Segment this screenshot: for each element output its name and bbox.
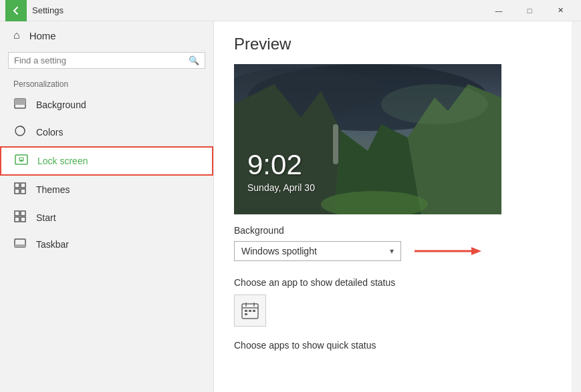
colors-icon: [13, 125, 27, 140]
sidebar-item-colors[interactable]: Colors: [0, 118, 213, 146]
minimize-button[interactable]: —: [483, 0, 514, 21]
lock-screen-label: Lock screen: [37, 156, 88, 166]
search-input[interactable]: [14, 55, 189, 65]
arrow-indicator: [415, 243, 481, 259]
svg-rect-35: [253, 310, 255, 312]
svg-rect-7: [21, 183, 25, 188]
maximize-button[interactable]: □: [514, 0, 545, 21]
background-label: Background: [36, 100, 86, 110]
content-title: Preview: [234, 35, 552, 53]
search-icon: 🔍: [189, 55, 199, 65]
sidebar-item-taskbar[interactable]: Taskbar: [0, 232, 213, 257]
svg-rect-34: [249, 310, 251, 312]
start-label: Start: [36, 212, 56, 223]
svg-rect-33: [245, 310, 247, 312]
svg-rect-5: [21, 160, 23, 162]
background-icon: [13, 98, 27, 112]
svg-rect-10: [15, 211, 19, 216]
detailed-status-label: Choose an app to show detailed status: [234, 277, 552, 288]
svg-rect-11: [21, 211, 25, 216]
sidebar-item-home[interactable]: ⌂ Home: [0, 21, 213, 49]
svg-rect-8: [15, 189, 19, 194]
red-arrow-icon: [415, 243, 481, 259]
svg-rect-13: [21, 217, 25, 222]
background-field-label: Background: [234, 225, 552, 236]
dropdown-row: Windows spotlight ▾: [234, 241, 552, 261]
calendar-icon: [241, 301, 259, 320]
close-button[interactable]: ✕: [545, 0, 576, 21]
preview-date: Sunday, April 30: [247, 182, 315, 193]
preview-image: 9:02 Sunday, April 30: [234, 64, 501, 214]
themes-label: Themes: [36, 184, 70, 195]
svg-point-26: [381, 84, 488, 124]
dropdown-value: Windows spotlight: [241, 246, 317, 256]
themes-icon: [13, 182, 27, 197]
title-bar: Settings — □ ✕: [0, 0, 581, 21]
sidebar-item-background[interactable]: Background: [0, 91, 213, 118]
svg-rect-1: [15, 99, 25, 105]
chevron-down-icon: ▾: [390, 246, 394, 256]
window-controls: — □ ✕: [483, 0, 576, 21]
back-button[interactable]: [5, 0, 27, 21]
sidebar-section-label: Personalization: [0, 74, 213, 91]
sidebar-item-start[interactable]: Start: [0, 204, 213, 232]
sidebar: ⌂ Home 🔍 Personalization Background: [0, 21, 214, 392]
svg-rect-12: [15, 217, 19, 222]
quick-status-label: Choose apps to show quick status: [234, 340, 552, 351]
background-dropdown[interactable]: Windows spotlight ▾: [234, 241, 401, 261]
home-icon: ⌂: [13, 29, 20, 41]
sidebar-item-lock-screen[interactable]: Lock screen: [0, 146, 213, 176]
start-icon: [13, 210, 27, 225]
svg-rect-36: [245, 313, 247, 315]
svg-rect-25: [333, 124, 338, 164]
scrollbar-track[interactable]: [572, 21, 581, 392]
main-layout: ⌂ Home 🔍 Personalization Background: [0, 21, 581, 392]
taskbar-label: Taskbar: [36, 239, 69, 250]
sidebar-item-themes[interactable]: Themes: [0, 176, 213, 204]
preview-time: 9:02: [247, 149, 302, 181]
svg-rect-9: [21, 189, 25, 194]
window-title: Settings: [32, 5, 483, 15]
svg-marker-28: [471, 247, 481, 255]
back-icon: [11, 6, 21, 15]
content-area: Preview: [214, 21, 572, 392]
sidebar-home-label: Home: [29, 30, 56, 41]
svg-rect-15: [15, 244, 25, 247]
detailed-status-app-button[interactable]: [234, 295, 266, 327]
colors-label: Colors: [36, 127, 63, 138]
svg-rect-6: [15, 183, 19, 188]
lock-screen-icon: [15, 154, 28, 168]
search-box[interactable]: 🔍: [8, 52, 205, 69]
taskbar-icon: [13, 238, 27, 250]
